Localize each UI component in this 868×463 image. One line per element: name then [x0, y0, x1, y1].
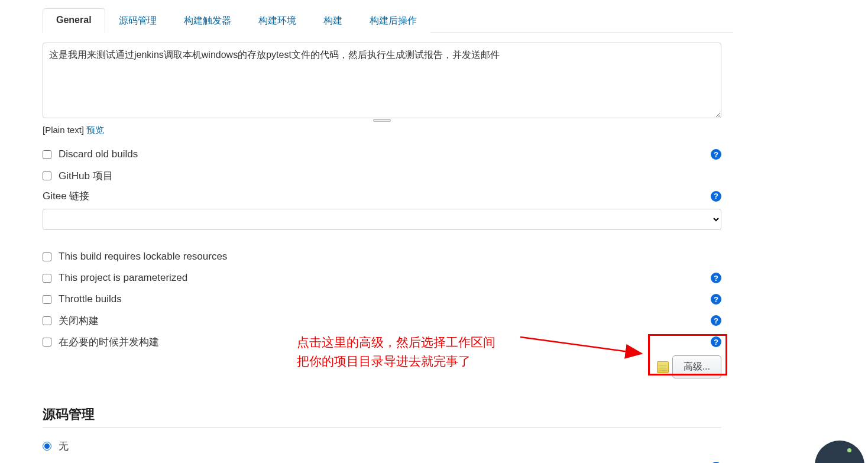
- gitee-link-label: Gitee 链接: [43, 189, 89, 203]
- tab-scm[interactable]: 源码管理: [105, 8, 170, 33]
- tab-postbuild[interactable]: 构建后操作: [356, 8, 430, 33]
- textarea-resize-handle[interactable]: [43, 118, 721, 122]
- discard-old-label: Discard old builds: [59, 148, 138, 160]
- tab-build[interactable]: 构建: [310, 8, 356, 33]
- scm-none-radio[interactable]: [43, 442, 51, 451]
- concurrent-checkbox[interactable]: [43, 338, 51, 347]
- note-icon: [657, 361, 669, 373]
- lockable-checkbox[interactable]: [43, 252, 51, 261]
- github-project-label: GitHub 项目: [59, 169, 113, 183]
- help-icon[interactable]: ?: [711, 336, 721, 347]
- discard-old-checkbox[interactable]: [43, 150, 51, 159]
- description-textarea[interactable]: [43, 43, 721, 118]
- annotation-text-line1: 点击这里的高级，然后选择工作区间: [297, 332, 495, 352]
- tab-triggers[interactable]: 构建触发器: [170, 8, 245, 33]
- help-icon[interactable]: ?: [711, 191, 721, 202]
- preview-link[interactable]: 预览: [86, 125, 104, 135]
- tab-general[interactable]: General: [43, 8, 105, 33]
- plain-text-label: [Plain text]: [43, 125, 86, 135]
- help-icon[interactable]: ?: [711, 315, 721, 326]
- disable-build-label: 关闭构建: [59, 314, 99, 328]
- advanced-button[interactable]: 高级...: [672, 355, 721, 378]
- annotation-text-line2: 把你的项目目录导进去就完事了: [297, 351, 471, 371]
- scm-none-label: 无: [59, 439, 69, 453]
- tab-env[interactable]: 构建环境: [245, 8, 310, 33]
- throttle-checkbox[interactable]: [43, 295, 51, 304]
- help-icon[interactable]: ?: [711, 273, 721, 283]
- parameterized-checkbox[interactable]: [43, 274, 51, 283]
- help-icon[interactable]: ?: [711, 294, 721, 305]
- throttle-label: Throttle builds: [59, 293, 122, 305]
- lockable-label: This build requires lockable resources: [59, 251, 227, 263]
- parameterized-label: This project is parameterized: [59, 272, 187, 284]
- concurrent-label: 在必要的时候并发构建: [59, 335, 159, 349]
- config-tabs: General 源码管理 构建触发器 构建环境 构建 构建后操作: [43, 8, 733, 33]
- floating-assistant-bubble[interactable]: [815, 441, 864, 463]
- floating-assistant-status-dot: [847, 448, 851, 452]
- github-project-checkbox[interactable]: [43, 171, 51, 180]
- scm-section-heading: 源码管理: [43, 406, 721, 428]
- help-icon[interactable]: ?: [711, 149, 721, 160]
- gitee-link-select[interactable]: [43, 209, 721, 230]
- description-format-row: [Plain text] 预览: [43, 125, 733, 136]
- disable-build-checkbox[interactable]: [43, 316, 51, 325]
